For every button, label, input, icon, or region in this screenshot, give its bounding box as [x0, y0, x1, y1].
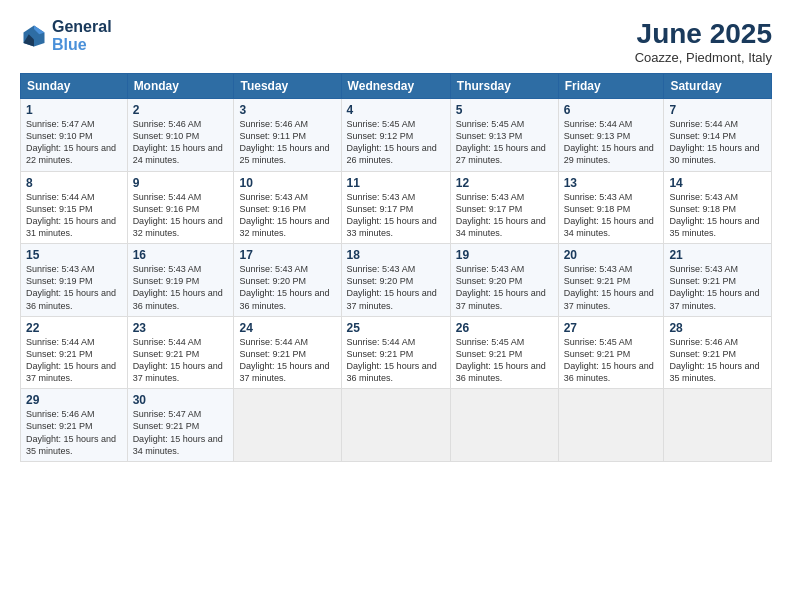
- day-info: Sunrise: 5:44 AMSunset: 9:21 PMDaylight:…: [26, 337, 116, 383]
- day-number: 18: [347, 248, 445, 262]
- day-number: 6: [564, 103, 659, 117]
- day-info: Sunrise: 5:47 AMSunset: 9:21 PMDaylight:…: [133, 409, 223, 455]
- calendar-cell: [234, 389, 341, 462]
- day-info: Sunrise: 5:43 AMSunset: 9:21 PMDaylight:…: [669, 264, 759, 310]
- day-info: Sunrise: 5:47 AMSunset: 9:10 PMDaylight:…: [26, 119, 116, 165]
- day-number: 9: [133, 176, 229, 190]
- day-number: 19: [456, 248, 553, 262]
- calendar-cell: 9Sunrise: 5:44 AMSunset: 9:16 PMDaylight…: [127, 171, 234, 244]
- calendar-week-1: 1Sunrise: 5:47 AMSunset: 9:10 PMDaylight…: [21, 99, 772, 172]
- calendar-cell: 10Sunrise: 5:43 AMSunset: 9:16 PMDayligh…: [234, 171, 341, 244]
- logo-text: General Blue: [52, 18, 112, 53]
- col-wednesday: Wednesday: [341, 74, 450, 99]
- day-number: 20: [564, 248, 659, 262]
- calendar-week-3: 15Sunrise: 5:43 AMSunset: 9:19 PMDayligh…: [21, 244, 772, 317]
- calendar-cell: 19Sunrise: 5:43 AMSunset: 9:20 PMDayligh…: [450, 244, 558, 317]
- header: General Blue June 2025 Coazze, Piedmont,…: [20, 18, 772, 65]
- day-number: 4: [347, 103, 445, 117]
- day-number: 3: [239, 103, 335, 117]
- calendar-cell: 11Sunrise: 5:43 AMSunset: 9:17 PMDayligh…: [341, 171, 450, 244]
- day-number: 7: [669, 103, 766, 117]
- calendar-cell: 15Sunrise: 5:43 AMSunset: 9:19 PMDayligh…: [21, 244, 128, 317]
- calendar-cell: 27Sunrise: 5:45 AMSunset: 9:21 PMDayligh…: [558, 316, 664, 389]
- day-number: 12: [456, 176, 553, 190]
- day-number: 17: [239, 248, 335, 262]
- calendar-week-2: 8Sunrise: 5:44 AMSunset: 9:15 PMDaylight…: [21, 171, 772, 244]
- day-number: 8: [26, 176, 122, 190]
- calendar-cell: 26Sunrise: 5:45 AMSunset: 9:21 PMDayligh…: [450, 316, 558, 389]
- calendar-week-5: 29Sunrise: 5:46 AMSunset: 9:21 PMDayligh…: [21, 389, 772, 462]
- calendar-cell: 16Sunrise: 5:43 AMSunset: 9:19 PMDayligh…: [127, 244, 234, 317]
- main-title: June 2025: [635, 18, 772, 50]
- day-info: Sunrise: 5:44 AMSunset: 9:14 PMDaylight:…: [669, 119, 759, 165]
- day-info: Sunrise: 5:46 AMSunset: 9:21 PMDaylight:…: [26, 409, 116, 455]
- day-info: Sunrise: 5:46 AMSunset: 9:10 PMDaylight:…: [133, 119, 223, 165]
- day-number: 13: [564, 176, 659, 190]
- day-info: Sunrise: 5:43 AMSunset: 9:16 PMDaylight:…: [239, 192, 329, 238]
- day-info: Sunrise: 5:45 AMSunset: 9:21 PMDaylight:…: [456, 337, 546, 383]
- day-info: Sunrise: 5:43 AMSunset: 9:18 PMDaylight:…: [669, 192, 759, 238]
- day-info: Sunrise: 5:43 AMSunset: 9:20 PMDaylight:…: [239, 264, 329, 310]
- day-info: Sunrise: 5:44 AMSunset: 9:21 PMDaylight:…: [133, 337, 223, 383]
- logo: General Blue: [20, 18, 112, 53]
- calendar-table: Sunday Monday Tuesday Wednesday Thursday…: [20, 73, 772, 462]
- calendar-cell: 29Sunrise: 5:46 AMSunset: 9:21 PMDayligh…: [21, 389, 128, 462]
- day-number: 27: [564, 321, 659, 335]
- calendar-cell: 25Sunrise: 5:44 AMSunset: 9:21 PMDayligh…: [341, 316, 450, 389]
- day-info: Sunrise: 5:43 AMSunset: 9:19 PMDaylight:…: [133, 264, 223, 310]
- logo-line2: Blue: [52, 36, 112, 54]
- calendar-cell: 23Sunrise: 5:44 AMSunset: 9:21 PMDayligh…: [127, 316, 234, 389]
- calendar-cell: 24Sunrise: 5:44 AMSunset: 9:21 PMDayligh…: [234, 316, 341, 389]
- day-info: Sunrise: 5:43 AMSunset: 9:17 PMDaylight:…: [347, 192, 437, 238]
- day-info: Sunrise: 5:44 AMSunset: 9:21 PMDaylight:…: [347, 337, 437, 383]
- day-number: 15: [26, 248, 122, 262]
- col-thursday: Thursday: [450, 74, 558, 99]
- day-number: 24: [239, 321, 335, 335]
- day-number: 25: [347, 321, 445, 335]
- calendar-cell: 13Sunrise: 5:43 AMSunset: 9:18 PMDayligh…: [558, 171, 664, 244]
- day-info: Sunrise: 5:43 AMSunset: 9:20 PMDaylight:…: [456, 264, 546, 310]
- day-number: 5: [456, 103, 553, 117]
- calendar-cell: 14Sunrise: 5:43 AMSunset: 9:18 PMDayligh…: [664, 171, 772, 244]
- day-number: 2: [133, 103, 229, 117]
- day-info: Sunrise: 5:43 AMSunset: 9:21 PMDaylight:…: [564, 264, 654, 310]
- calendar-header-row: Sunday Monday Tuesday Wednesday Thursday…: [21, 74, 772, 99]
- calendar-cell: 22Sunrise: 5:44 AMSunset: 9:21 PMDayligh…: [21, 316, 128, 389]
- calendar-cell: 3Sunrise: 5:46 AMSunset: 9:11 PMDaylight…: [234, 99, 341, 172]
- day-info: Sunrise: 5:43 AMSunset: 9:18 PMDaylight:…: [564, 192, 654, 238]
- col-monday: Monday: [127, 74, 234, 99]
- calendar-cell: 28Sunrise: 5:46 AMSunset: 9:21 PMDayligh…: [664, 316, 772, 389]
- day-info: Sunrise: 5:43 AMSunset: 9:19 PMDaylight:…: [26, 264, 116, 310]
- calendar-cell: 2Sunrise: 5:46 AMSunset: 9:10 PMDaylight…: [127, 99, 234, 172]
- day-number: 14: [669, 176, 766, 190]
- calendar-cell: 8Sunrise: 5:44 AMSunset: 9:15 PMDaylight…: [21, 171, 128, 244]
- day-info: Sunrise: 5:44 AMSunset: 9:21 PMDaylight:…: [239, 337, 329, 383]
- day-number: 30: [133, 393, 229, 407]
- day-number: 29: [26, 393, 122, 407]
- title-block: June 2025 Coazze, Piedmont, Italy: [635, 18, 772, 65]
- calendar-week-4: 22Sunrise: 5:44 AMSunset: 9:21 PMDayligh…: [21, 316, 772, 389]
- logo-icon: [20, 22, 48, 50]
- day-info: Sunrise: 5:44 AMSunset: 9:16 PMDaylight:…: [133, 192, 223, 238]
- calendar-cell: 5Sunrise: 5:45 AMSunset: 9:13 PMDaylight…: [450, 99, 558, 172]
- day-number: 22: [26, 321, 122, 335]
- calendar-cell: [341, 389, 450, 462]
- col-saturday: Saturday: [664, 74, 772, 99]
- col-sunday: Sunday: [21, 74, 128, 99]
- day-info: Sunrise: 5:45 AMSunset: 9:13 PMDaylight:…: [456, 119, 546, 165]
- calendar-cell: [450, 389, 558, 462]
- calendar-cell: 17Sunrise: 5:43 AMSunset: 9:20 PMDayligh…: [234, 244, 341, 317]
- day-info: Sunrise: 5:46 AMSunset: 9:21 PMDaylight:…: [669, 337, 759, 383]
- day-number: 16: [133, 248, 229, 262]
- calendar-cell: 30Sunrise: 5:47 AMSunset: 9:21 PMDayligh…: [127, 389, 234, 462]
- day-number: 26: [456, 321, 553, 335]
- calendar-cell: 7Sunrise: 5:44 AMSunset: 9:14 PMDaylight…: [664, 99, 772, 172]
- day-info: Sunrise: 5:44 AMSunset: 9:15 PMDaylight:…: [26, 192, 116, 238]
- day-info: Sunrise: 5:45 AMSunset: 9:21 PMDaylight:…: [564, 337, 654, 383]
- day-number: 28: [669, 321, 766, 335]
- day-number: 10: [239, 176, 335, 190]
- day-number: 11: [347, 176, 445, 190]
- calendar-cell: 18Sunrise: 5:43 AMSunset: 9:20 PMDayligh…: [341, 244, 450, 317]
- calendar-cell: 12Sunrise: 5:43 AMSunset: 9:17 PMDayligh…: [450, 171, 558, 244]
- calendar-cell: 21Sunrise: 5:43 AMSunset: 9:21 PMDayligh…: [664, 244, 772, 317]
